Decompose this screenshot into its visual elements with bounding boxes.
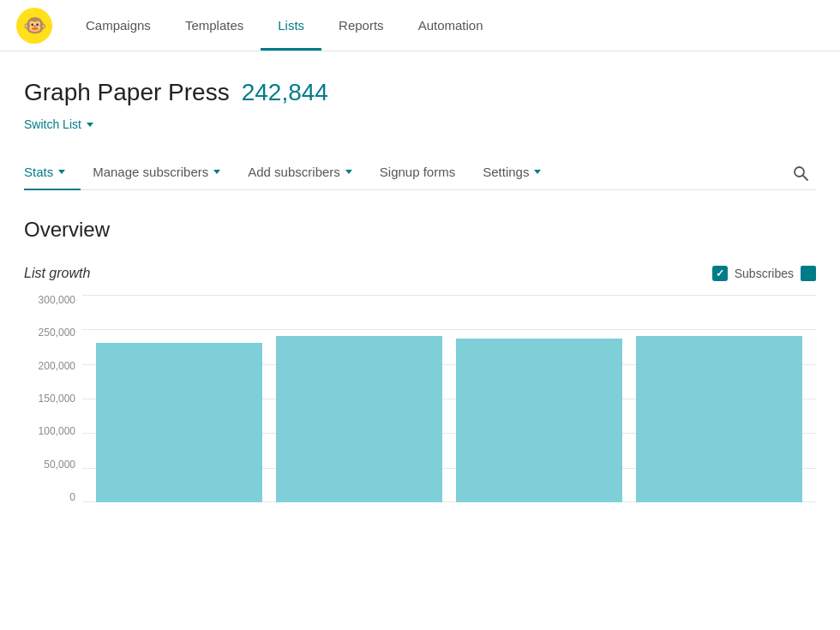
nav-templates[interactable]: Templates <box>168 0 261 51</box>
chart-section: List growth Subscribes 300,000 250,000 2… <box>24 266 816 526</box>
y-label-100k: 100,000 <box>39 426 75 436</box>
overview-title: Overview <box>24 218 816 242</box>
y-label-300k: 300,000 <box>39 295 75 305</box>
search-button[interactable] <box>785 158 816 189</box>
logo[interactable]: 🐵 <box>14 5 55 46</box>
chart-header: List growth Subscribes <box>24 266 816 281</box>
chevron-down-icon <box>213 170 220 174</box>
page-content: Graph Paper Press 242,844 Switch List St… <box>0 51 840 526</box>
bar-3 <box>456 339 622 502</box>
subnav-stats-label: Stats <box>24 165 53 179</box>
page-title: Graph Paper Press <box>24 79 230 106</box>
svg-line-1 <box>803 176 807 180</box>
legend-label: Subscribes <box>735 267 794 280</box>
subnav-settings[interactable]: Settings <box>483 156 556 189</box>
bar-chart: 300,000 250,000 200,000 150,000 100,000 … <box>24 295 816 526</box>
chevron-down-icon <box>58 170 65 174</box>
subnav-add-label: Add subscribers <box>248 165 340 179</box>
chart-legend: Subscribes <box>712 266 816 281</box>
bar-1 <box>96 343 262 502</box>
subnav-settings-label: Settings <box>483 165 529 179</box>
svg-point-0 <box>795 167 804 177</box>
switch-list-label: Switch List <box>24 117 81 131</box>
subnav-manage-label: Manage subscribers <box>93 165 208 179</box>
switch-list-link[interactable]: Switch List <box>24 117 93 131</box>
bar-group-1 <box>89 295 269 502</box>
bars-row <box>82 295 816 502</box>
nav-lists[interactable]: Lists <box>261 0 321 51</box>
sub-nav: Stats Manage subscribers Add subscribers… <box>24 156 816 190</box>
legend-checkbox[interactable] <box>712 266 728 281</box>
y-axis: 300,000 250,000 200,000 150,000 100,000 … <box>24 295 82 502</box>
y-label-250k: 250,000 <box>39 327 75 338</box>
chart-title: List growth <box>24 266 90 281</box>
y-label-200k: 200,000 <box>39 361 75 371</box>
legend-color-box <box>801 266 816 281</box>
chevron-down-icon <box>345 170 352 174</box>
nav-reports[interactable]: Reports <box>321 0 401 51</box>
y-label-150k: 150,000 <box>39 393 75 404</box>
logo-icon: 🐵 <box>16 8 52 44</box>
bar-group-4 <box>629 295 809 502</box>
nav-campaigns[interactable]: Campaigns <box>69 0 168 51</box>
subnav-stats[interactable]: Stats <box>24 156 81 189</box>
subnav-signup-label: Signup forms <box>380 165 455 179</box>
bar-4 <box>636 336 802 502</box>
subnav-add-subscribers[interactable]: Add subscribers <box>248 156 368 189</box>
subnav-manage-subscribers[interactable]: Manage subscribers <box>93 156 236 189</box>
y-label-50k: 50,000 <box>44 459 75 470</box>
switch-list-row: Switch List <box>24 117 816 132</box>
nav-automation[interactable]: Automation <box>401 0 501 51</box>
chevron-down-icon <box>534 170 541 174</box>
top-nav: 🐵 Campaigns Templates Lists Reports Auto… <box>0 0 840 51</box>
chart-area <box>82 295 816 502</box>
chevron-down-icon <box>87 123 93 127</box>
title-row: Graph Paper Press 242,844 <box>24 79 816 106</box>
bar-group-3 <box>449 295 629 502</box>
bar-group-2 <box>269 295 449 502</box>
y-label-0: 0 <box>69 492 75 502</box>
subscriber-count: 242,844 <box>242 79 328 106</box>
bar-2 <box>276 336 442 502</box>
search-icon <box>792 165 809 182</box>
nav-links: Campaigns Templates Lists Reports Automa… <box>69 0 501 51</box>
subnav-signup-forms[interactable]: Signup forms <box>380 156 471 189</box>
